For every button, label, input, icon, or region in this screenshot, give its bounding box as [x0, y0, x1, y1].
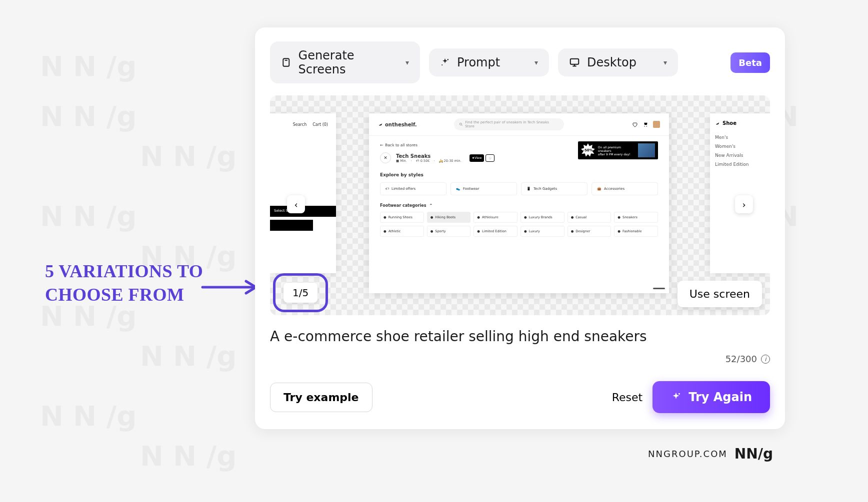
mock-blackbar [270, 220, 313, 231]
svg-point-11 [678, 393, 680, 395]
prompt-dropdown[interactable]: Prompt ▾ [429, 48, 549, 76]
sparkle-icon [440, 57, 450, 67]
mock-center: ontheshelf. Find the perfect pair of sne… [369, 113, 669, 293]
use-screen-button[interactable]: Use screen [678, 281, 762, 307]
brand-run-icon [715, 121, 720, 126]
mock-view-btns: ★View ♡ [470, 154, 494, 162]
mock-right-brand: Shoe [715, 120, 765, 126]
shoe-icon: 👟 [456, 187, 460, 191]
prompt-label: Prompt [457, 55, 500, 69]
mock-explore-title: Explore by styles [380, 172, 658, 177]
chevron-down-icon: ▾ [664, 58, 667, 66]
mock-cart-link: Cart (0) [312, 122, 328, 127]
cat-cell: ●Running Shoes [380, 212, 424, 223]
info-icon[interactable]: i [761, 355, 770, 364]
mock-store-meta: ■ Min. · 🏷 0.50€ · 🛵 20-30 min. [396, 159, 462, 163]
preview-area: Search Cart (0) Select Size ontheshelf. … [270, 95, 770, 315]
heart-icon [632, 122, 638, 127]
banner-image [638, 143, 655, 157]
cat-cell: ●Sneakers [614, 212, 658, 223]
next-variation-button[interactable]: › [735, 195, 753, 213]
cat-cell: ●Luxury Brands [520, 212, 564, 223]
try-again-label: Try Again [688, 390, 752, 404]
toolbar: Generate Screens ▾ Prompt ▾ Desktop ▾ Be… [270, 41, 770, 83]
beta-badge: Beta [730, 52, 770, 73]
arrow-left-icon: ← [380, 143, 383, 147]
svg-rect-0 [283, 58, 289, 66]
mock-promo-banner: -50% On all premium sneakers after 9 PM … [578, 141, 658, 159]
svg-point-7 [460, 123, 462, 125]
avatar [653, 121, 660, 128]
style-card: 👜Accessories [592, 182, 658, 195]
bag-icon: 👜 [597, 187, 602, 191]
cat-cell: ●Hiking Boots [427, 212, 471, 223]
chevron-down-icon: ▾ [534, 58, 538, 66]
prompt-text[interactable]: A e-commerce shoe retailer selling high … [270, 328, 770, 345]
cat-cell: ●Fashionable [614, 226, 658, 237]
store-icon: ✕ [380, 152, 391, 163]
svg-line-8 [462, 125, 462, 126]
try-again-button[interactable]: Try Again [652, 381, 770, 413]
try-example-button[interactable]: Try example [270, 383, 372, 412]
mock-nav-item: Men's [715, 135, 765, 140]
desktop-icon [569, 57, 580, 68]
style-card: 🏷Limited offers [380, 182, 446, 195]
mock-nav-item: Women's [715, 144, 765, 149]
screens-icon [281, 57, 292, 68]
mock-search-input: Find the perfect pair of sneakers in Tec… [454, 118, 564, 130]
tag-icon: 🏷 [386, 187, 389, 191]
variation-counter-highlight: 1/5 [273, 273, 328, 312]
cat-cell: ●Designer [568, 226, 612, 237]
generate-screens-label: Generate Screens [298, 48, 398, 76]
mock-left-partial: Search Cart (0) Select Size [270, 113, 336, 273]
mock-scroll-thumb [653, 288, 665, 289]
footer-credit: NNGROUP.COM NN/g [648, 446, 773, 462]
cat-cell: ●Athleisure [474, 212, 518, 223]
cat-cell: ●Athletic [380, 226, 424, 237]
chevron-down-icon: ▾ [406, 58, 409, 66]
style-card: 👟Footwear [450, 182, 517, 195]
svg-point-10 [646, 126, 647, 126]
mock-right-partial: Shoe Men's Women's New Arrivals Limited … [710, 113, 770, 273]
discount-burst: -50% [581, 143, 595, 157]
search-icon [459, 122, 463, 126]
mock-nav-item: Limited Edition [715, 162, 765, 167]
main-card: Generate Screens ▾ Prompt ▾ Desktop ▾ Be… [255, 27, 785, 429]
svg-point-3 [442, 64, 442, 65]
prev-variation-button[interactable]: ‹ [287, 195, 305, 213]
brand-run-icon [378, 122, 383, 127]
nng-logo: NN/g [734, 446, 773, 462]
style-card: 📱Tech Gadgets [521, 182, 588, 195]
generate-screens-dropdown[interactable]: Generate Screens ▾ [270, 41, 420, 83]
cat-cell: ●Casual [568, 212, 612, 223]
svg-point-9 [644, 126, 644, 126]
mock-search-link: Search [293, 122, 306, 127]
mock-brand: ontheshelf. [378, 122, 417, 127]
svg-rect-4 [570, 59, 579, 64]
desktop-label: Desktop [587, 55, 636, 69]
cat-cell: ●Sporty [427, 226, 471, 237]
sparkle-icon [670, 392, 682, 403]
phone-icon: 📱 [526, 187, 531, 191]
cart-icon [642, 122, 648, 127]
chevron-up-icon: ⌃ [429, 203, 432, 208]
annotation-text: 5 variations to choose from [45, 260, 235, 307]
char-counter: 52/300 [726, 354, 757, 364]
cat-cell: ●Luxury [520, 226, 564, 237]
desktop-dropdown[interactable]: Desktop ▾ [558, 48, 678, 76]
mock-footwear-title: Footwear categories ⌃ [380, 203, 658, 208]
mock-nav-item: New Arrivals [715, 153, 765, 158]
reset-button[interactable]: Reset [612, 391, 642, 404]
mock-store-name: Tech Sneaks [396, 153, 462, 159]
svg-point-2 [448, 59, 448, 60]
footer-site: NNGROUP.COM [648, 449, 728, 459]
variation-counter: 1/5 [284, 283, 318, 303]
cat-cell: ●Limited Edition [474, 226, 518, 237]
